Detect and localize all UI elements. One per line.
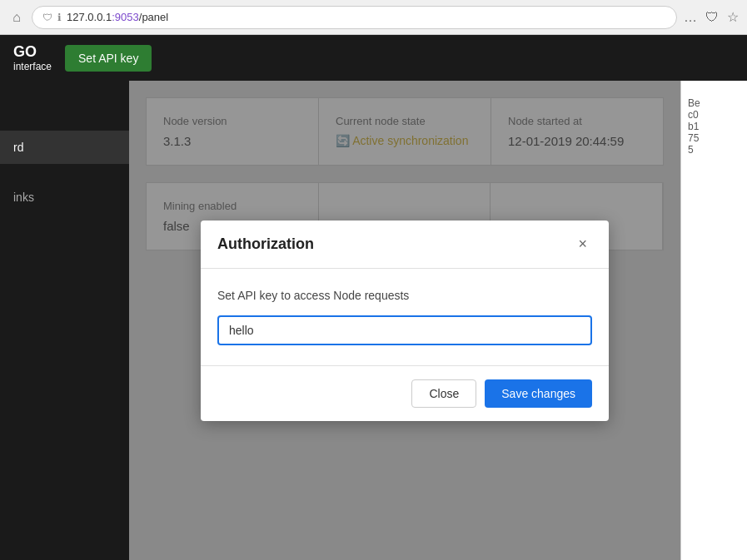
sidebar-item-dashboard[interactable]: rd (0, 131, 129, 164)
app-logo: GO interface (13, 43, 52, 73)
shield-icon: 🛡 (42, 12, 52, 23)
api-key-input[interactable] (217, 315, 592, 345)
right-panel: Be c0 b1 75 5 (680, 81, 747, 560)
browser-bar: ⌂ 🛡 ℹ 127.0.0.1:9053/panel … 🛡 ☆ (0, 0, 747, 35)
sidebar-section-links: inks (0, 181, 129, 214)
bookmark-icon[interactable]: ☆ (727, 9, 739, 25)
main-content: rd inks Node version 3.1.3 Current node … (0, 81, 747, 560)
right-label-c0: c0 (688, 109, 740, 121)
sidebar: rd inks (0, 81, 129, 560)
info-icon: ℹ (57, 12, 62, 23)
more-icon[interactable]: … (684, 10, 697, 25)
set-api-button[interactable]: Set API key (65, 45, 152, 72)
browser-actions: … 🛡 ☆ (684, 9, 739, 25)
app-header: GO interface Set API key (0, 35, 747, 81)
home-icon[interactable]: ⌂ (8, 9, 25, 26)
close-button[interactable]: Close (411, 379, 476, 408)
right-label-b1: b1 (688, 121, 740, 132)
modal-header: Authorization × (201, 221, 609, 269)
modal-description: Set API key to access Node requests (217, 289, 592, 302)
address-bar[interactable]: 🛡 ℹ 127.0.0.1:9053/panel (32, 6, 677, 29)
shield-badge-icon[interactable]: 🛡 (705, 10, 719, 25)
url-display: 127.0.0.1:9053/panel (67, 11, 168, 23)
dashboard: Node version 3.1.3 Current node state Ac… (129, 81, 680, 560)
modal-overlay: Authorization × Set API key to access No… (129, 81, 680, 560)
save-changes-button[interactable]: Save changes (485, 379, 592, 408)
modal-title: Authorization (217, 235, 314, 253)
modal-body: Set API key to access Node requests (201, 269, 609, 365)
right-label-75: 75 (688, 132, 740, 144)
right-label-5: 5 (688, 144, 740, 156)
modal-footer: Close Save changes (201, 365, 609, 421)
modal-close-x-button[interactable]: × (573, 234, 592, 255)
authorization-modal: Authorization × Set API key to access No… (201, 221, 609, 421)
right-label-be: Be (688, 97, 740, 109)
